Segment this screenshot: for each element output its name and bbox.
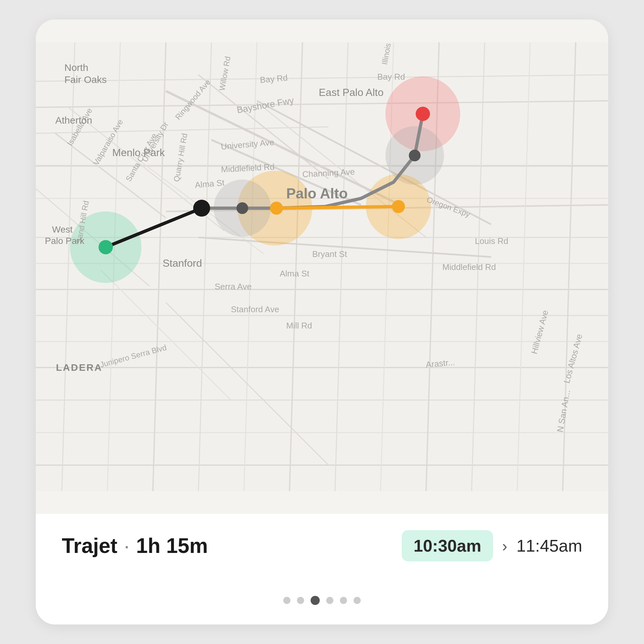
svg-point-51	[409, 150, 421, 161]
svg-point-48	[236, 202, 248, 214]
svg-text:North: North	[64, 62, 88, 73]
svg-text:Fair Oaks: Fair Oaks	[64, 74, 107, 85]
svg-text:Bay Rd: Bay Rd	[377, 72, 405, 82]
arrow-icon: ›	[502, 537, 507, 555]
svg-point-49	[270, 202, 283, 215]
map-area: Bay Rd Bay Rd Bayshore Fwy University Av…	[36, 20, 608, 514]
pagination-dot-4[interactable]	[326, 597, 333, 604]
svg-text:Mill Rd: Mill Rd	[286, 321, 312, 330]
trip-info: Trajet · 1h 15m 10:30am › 11:45am	[62, 530, 582, 561]
trip-times: 10:30am › 11:45am	[402, 530, 582, 561]
pagination-dot-2[interactable]	[297, 597, 304, 604]
svg-text:LADERA: LADERA	[56, 362, 102, 373]
trip-duration: 1h 15m	[136, 534, 208, 558]
svg-text:Palo Park: Palo Park	[45, 236, 85, 246]
trip-title: Trajet · 1h 15m	[62, 534, 208, 558]
pagination-dot-6[interactable]	[354, 597, 361, 604]
svg-text:West: West	[52, 224, 73, 235]
end-time: 11:45am	[517, 536, 582, 556]
svg-point-47	[193, 200, 210, 217]
pagination-dot-3-active[interactable]	[311, 596, 320, 605]
pagination-dots	[62, 596, 582, 605]
separator: ·	[124, 534, 130, 558]
svg-text:Serra Ave: Serra Ave	[215, 282, 252, 291]
svg-text:Stanford: Stanford	[163, 257, 202, 269]
main-card: Bay Rd Bay Rd Bayshore Fwy University Av…	[36, 20, 608, 624]
svg-text:Louis Rd: Louis Rd	[475, 236, 508, 246]
svg-text:Stanford Ave: Stanford Ave	[231, 304, 279, 314]
svg-point-52	[416, 107, 430, 121]
svg-text:Palo Alto: Palo Alto	[286, 185, 348, 201]
map-svg: Bay Rd Bay Rd Bayshore Fwy University Av…	[36, 20, 608, 514]
svg-point-50	[392, 200, 405, 213]
bottom-panel: Trajet · 1h 15m 10:30am › 11:45am	[36, 514, 608, 624]
pagination-dot-1[interactable]	[283, 597, 290, 604]
svg-text:Bryant St: Bryant St	[312, 249, 347, 259]
svg-text:Atherton: Atherton	[55, 115, 92, 126]
svg-text:Middlefield Rd: Middlefield Rd	[442, 262, 496, 272]
start-time-badge: 10:30am	[402, 530, 493, 561]
trip-label: Trajet	[62, 534, 117, 558]
svg-text:East Palo Alto: East Palo Alto	[319, 87, 383, 98]
pagination-dot-5[interactable]	[340, 597, 347, 604]
svg-text:Alma St: Alma St	[280, 269, 310, 278]
svg-point-46	[99, 240, 113, 254]
svg-text:Menlo Park: Menlo Park	[112, 147, 165, 158]
